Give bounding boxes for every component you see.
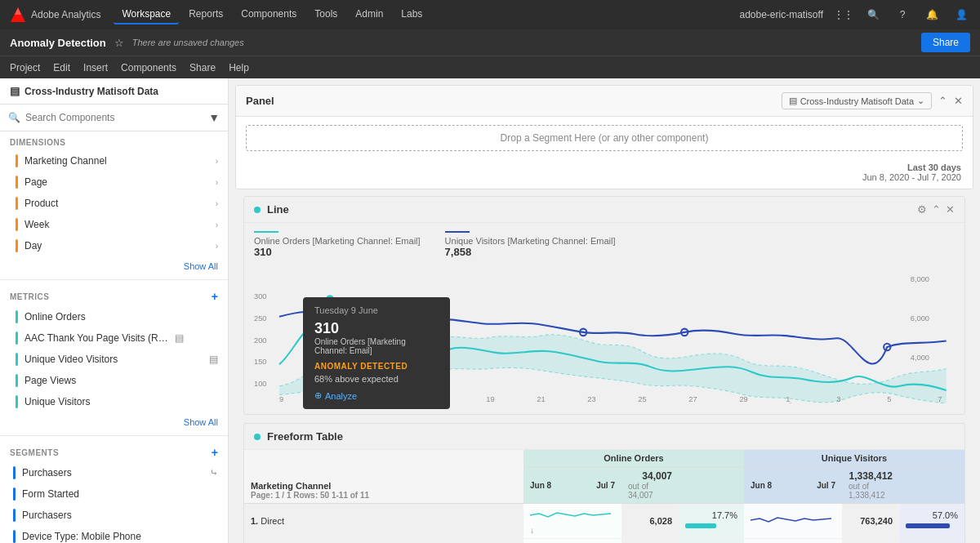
freeform-table-section: Freeform Table Marketing Channel Page: 1… (243, 423, 965, 543)
help-icon[interactable]: ? (893, 6, 911, 24)
metric-color (16, 395, 18, 408)
date-range-sub: Jun 8, 2020 - Jul 7, 2020 (862, 172, 961, 182)
line-viz-dot (254, 207, 261, 213)
sidebar-item-video-visitors[interactable]: Unique Video Visitors ▤ (0, 349, 228, 370)
legend-value-oo: 310 (254, 246, 421, 258)
dimension-color (16, 239, 18, 252)
x-label-27: 27 (688, 394, 697, 403)
bell-icon[interactable]: 🔔 (923, 6, 941, 24)
user-icon[interactable]: 👤 (952, 6, 970, 24)
metric-color (16, 332, 18, 345)
menu-share[interactable]: Share (189, 62, 216, 73)
metric-color (16, 310, 18, 323)
page-title: Anomaly Detection (10, 37, 106, 49)
nav-reports[interactable]: Reports (180, 5, 231, 24)
freeform-table-header: Freeform Table (244, 424, 964, 450)
line-chart-section: Line ⚙ ⌃ ✕ Online Orders [Marketing Chan… (243, 196, 965, 415)
uv-group-label: Unique Visitors (822, 453, 887, 463)
segment-purchasers-1[interactable]: Purchasers ⤷ (0, 462, 228, 483)
nav-labs[interactable]: Labs (393, 5, 430, 24)
row-uv-pct: 4.4% (899, 539, 964, 544)
row-oo-value: 6,028 (621, 504, 679, 539)
chevron-right-icon: › (216, 178, 218, 187)
menu-project[interactable]: Project (10, 62, 40, 73)
col-marketing-channel[interactable]: Marketing Channel Page: 1 / 1 Rows: 50 1… (244, 450, 523, 504)
tooltip-analyze-link[interactable]: ⊕ Analyze (314, 390, 439, 401)
star-icon[interactable]: ☆ (114, 37, 124, 49)
metrics-show-all[interactable]: Show All (0, 412, 228, 432)
search-input[interactable] (25, 112, 203, 123)
apps-icon[interactable]: ⋮⋮ (835, 6, 853, 24)
col-uv-sparkline: Jun 8 Jul 7 (744, 467, 842, 504)
segment-color (13, 509, 16, 522)
panel-card-header: Panel ▤ Cross-Industry Matisoft Data ⌄ ⌃… (236, 86, 973, 117)
sidebar-item-unique-visitors[interactable]: Unique Visitors (0, 391, 228, 412)
sidebar-item-week[interactable]: Week › (0, 214, 228, 235)
menu-edit[interactable]: Edit (53, 62, 70, 73)
sidebar-item-day[interactable]: Day › (0, 235, 228, 256)
sparkline-svg (530, 507, 612, 523)
menu-components[interactable]: Components (121, 62, 176, 73)
sidebar-item-online-orders[interactable]: Online Orders (0, 306, 228, 327)
line-chart-collapse-icon[interactable]: ⌃ (932, 203, 941, 216)
sidebar-item-aac-visits[interactable]: AAC Thank You Page Visits (Registration … (0, 327, 228, 349)
x-label-5: 5 (887, 394, 891, 403)
row-oo-pct: 15.9% (679, 539, 744, 544)
metric-color (16, 374, 18, 387)
sparkline-svg-uv (751, 512, 832, 528)
line-chart-gear-icon[interactable]: ⚙ (917, 203, 927, 216)
panel-icon: ▤ (10, 85, 20, 97)
y-label-300: 300 (254, 292, 267, 300)
segment-mobile-phone[interactable]: Device Type: Mobile Phone (0, 526, 228, 543)
panel-controls: ▤ Cross-Industry Matisoft Data ⌄ ⌃ ✕ (782, 92, 963, 109)
table-row[interactable]: 2. Display ↓ 5,402 15.9% 58,474 4.4% (244, 539, 964, 544)
uv-date-end: Jul 7 (817, 481, 835, 490)
segments-divider (0, 435, 228, 436)
row-uv-value: 763,240 (842, 504, 899, 539)
add-metric-button[interactable]: + (212, 290, 218, 303)
menu-help[interactable]: Help (229, 62, 249, 73)
segment-form-started[interactable]: Form Started (0, 483, 228, 505)
chart-area: Online Orders [Marketing Channel: Email]… (244, 223, 964, 414)
x-label-21: 21 (537, 394, 545, 403)
nav-tools[interactable]: Tools (306, 5, 345, 24)
search-icon[interactable]: 🔍 (864, 6, 882, 24)
x-label-3: 3 (836, 394, 840, 403)
adobe-icon (10, 7, 26, 23)
sidebar-item-page[interactable]: Page › (0, 171, 228, 193)
right-panel: Panel ▤ Cross-Industry Matisoft Data ⌄ ⌃… (229, 78, 980, 543)
dimensions-show-all[interactable]: Show All (0, 256, 228, 276)
table-row[interactable]: 1. Direct ↓ 6,028 17.7% 763,240 57.0% (244, 504, 964, 539)
filter-icon[interactable]: ▼ (208, 111, 220, 124)
legend-value-uv: 7,858 (445, 246, 616, 258)
nav-components[interactable]: Components (233, 5, 305, 24)
line-chart-close-icon[interactable]: ✕ (946, 203, 955, 216)
drop-zone[interactable]: Drop a Segment Here (or any other compon… (246, 125, 963, 151)
sidebar-item-marketing-channel[interactable]: Marketing Channel › (0, 150, 228, 171)
col-uv-total: 1,338,412 out of 1,338,412 (842, 467, 899, 504)
search-icon-small: 🔍 (8, 112, 20, 123)
nav-workspace[interactable]: Workspace (114, 5, 179, 24)
segment-name: Form Started (22, 488, 218, 500)
dimension-color (16, 176, 18, 189)
metric-color (16, 353, 18, 366)
panel-title: Panel (246, 95, 782, 107)
app-logo[interactable]: Adobe Analytics (10, 7, 100, 23)
dimension-name: Product (24, 198, 216, 209)
collapse-panel-icon[interactable]: ⌃ (938, 95, 947, 107)
menu-insert[interactable]: Insert (83, 62, 108, 73)
close-panel-icon[interactable]: ✕ (954, 95, 963, 107)
share-button[interactable]: Share (921, 33, 970, 52)
segment-purchasers-2[interactable]: Purchasers (0, 505, 228, 526)
x-label-25: 25 (638, 394, 646, 403)
add-segment-button[interactable]: + (212, 446, 218, 459)
nav-admin[interactable]: Admin (347, 5, 391, 24)
sidebar-item-product[interactable]: Product › (0, 193, 228, 214)
oo-group-label: Online Orders (604, 453, 663, 463)
sidebar-item-page-views[interactable]: Page Views (0, 370, 228, 391)
search-bar: 🔍 ▼ (0, 105, 228, 131)
suite-selector[interactable]: ▤ Cross-Industry Matisoft Data ⌄ (782, 92, 932, 109)
row-channel-name: 1. Direct (244, 504, 523, 539)
x-label-jul: Jul (782, 401, 791, 403)
chart-tooltip: Tuesday 9 June 310 Online Orders [Market… (303, 297, 450, 409)
